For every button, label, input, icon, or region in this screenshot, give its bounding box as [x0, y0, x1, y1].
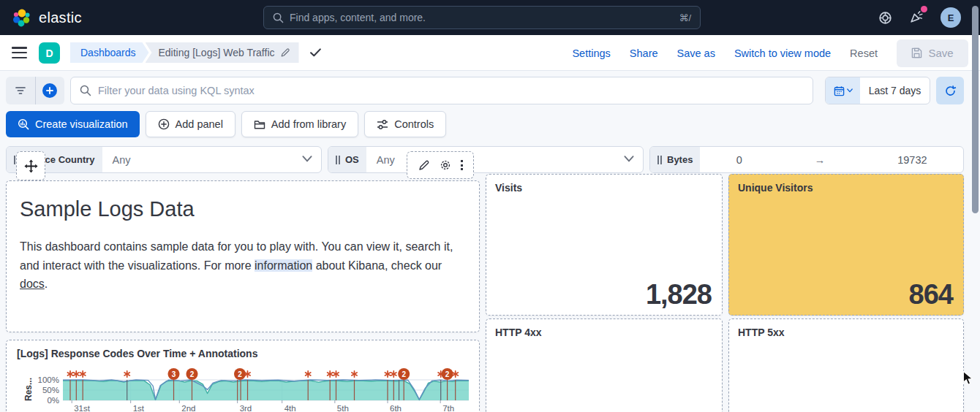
settings-link[interactable]: Settings: [572, 47, 610, 59]
help-icon[interactable]: [878, 10, 893, 26]
brand-name: elastic: [39, 9, 82, 26]
global-search-input[interactable]: [290, 12, 673, 23]
kql-filter-input[interactable]: [98, 85, 804, 96]
control-bytes-label: Bytes: [650, 147, 700, 172]
svg-text:2: 2: [238, 370, 242, 378]
svg-text:2: 2: [445, 370, 450, 378]
dashboard-top-nav: D Dashboards Editing [Logs] Web Traffic …: [0, 35, 980, 71]
elastic-logo-icon: [12, 8, 31, 28]
panel-title: HTTP 4xx: [495, 327, 713, 338]
panel-response-codes-chart[interactable]: [Logs] Response Codes Over Time + Annota…: [6, 340, 480, 412]
unique-visitors-metric-value: 864: [909, 279, 953, 310]
panel-http-5xx[interactable]: HTTP 5xx: [728, 318, 964, 412]
user-avatar[interactable]: E: [941, 7, 961, 28]
plus-circle-icon: [158, 118, 170, 130]
control-bytes[interactable]: Bytes 0 → 19732: [649, 146, 964, 173]
add-filter-plus-icon: [42, 83, 57, 98]
control-source-country-value[interactable]: Any: [113, 154, 131, 166]
time-picker-calendar-button[interactable]: [826, 77, 860, 104]
notification-dot: [921, 6, 927, 12]
svg-text:2nd: 2nd: [181, 404, 195, 412]
scrollbar-thumb[interactable]: [972, 6, 979, 213]
panel-sample-logs-data[interactable]: Sample Logs Data This dashboard contains…: [6, 180, 480, 332]
markdown-highlight: information: [255, 259, 312, 272]
svg-text:6th: 6th: [390, 404, 402, 412]
reset-link[interactable]: Reset: [850, 47, 878, 59]
chart-y-axis-label: Res...: [23, 367, 34, 411]
control-os-text: OS: [345, 154, 359, 165]
visits-metric-value: 1,828: [646, 279, 712, 310]
menu-icon[interactable]: [12, 47, 27, 58]
add-from-library-label: Add from library: [271, 118, 346, 130]
panel-hover-toolbar: [407, 151, 474, 179]
panel-http-4xx[interactable]: HTTP 4xx: [486, 318, 723, 412]
arrow-right-icon: →: [815, 154, 826, 166]
chevron-down-icon[interactable]: [302, 156, 312, 162]
controls-button[interactable]: Controls: [364, 111, 446, 137]
global-search[interactable]: ⌘/: [263, 6, 701, 29]
create-visualization-button[interactable]: Create visualization: [6, 111, 140, 137]
chart-title: [Logs] Response Codes Over Time + Annota…: [17, 348, 469, 359]
kebab-menu-icon[interactable]: [461, 160, 463, 170]
add-from-library-button[interactable]: Add from library: [241, 111, 358, 137]
panel-title: HTTP 5xx: [738, 327, 954, 338]
control-os-value[interactable]: Any: [377, 154, 395, 166]
svg-text:3: 3: [172, 370, 176, 378]
drag-handle-icon[interactable]: [657, 156, 662, 164]
refresh-button[interactable]: [936, 77, 964, 104]
panel-title: Unique Visitors: [738, 182, 954, 194]
save-icon: [911, 47, 922, 58]
svg-text:0%: 0%: [47, 396, 59, 405]
save-as-link[interactable]: Save as: [677, 47, 715, 59]
edit-pencil-icon[interactable]: [418, 159, 430, 171]
global-header: elastic ⌘/ E: [0, 0, 980, 35]
panel-unique-visitors[interactable]: Unique Visitors 864: [728, 174, 964, 316]
chevron-down-icon: [847, 88, 853, 93]
gear-icon[interactable]: [440, 159, 451, 171]
response-codes-chart[interactable]: 100%50%0%3222231st1st2nd3rd4th5th6th7th: [36, 367, 475, 412]
kql-filter-bar[interactable]: [70, 77, 813, 104]
markdown-body: This dashboard contains sample data for …: [20, 237, 466, 294]
refresh-icon: [944, 85, 957, 97]
breadcrumb-dashboards[interactable]: Dashboards: [70, 42, 149, 63]
newsfeed-button[interactable]: [909, 9, 924, 27]
svg-text:31st: 31st: [74, 404, 91, 412]
svg-text:2: 2: [190, 370, 195, 378]
svg-text:5th: 5th: [337, 404, 349, 412]
search-icon: [273, 12, 284, 23]
time-range-value[interactable]: Last 7 days: [860, 77, 930, 104]
markdown-text: about Kibana, check our: [312, 259, 442, 272]
save-button[interactable]: Save: [897, 39, 968, 67]
check-icon: [310, 48, 321, 57]
add-panel-label: Add panel: [176, 118, 223, 130]
share-link[interactable]: Share: [630, 47, 658, 59]
move-icon: [24, 159, 38, 173]
panel-visits[interactable]: Visits 1,828: [486, 174, 723, 316]
bytes-max-value[interactable]: 19732: [897, 154, 927, 166]
switch-to-view-mode-link[interactable]: Switch to view mode: [734, 47, 831, 59]
elastic-logo[interactable]: elastic: [12, 0, 82, 35]
save-button-label: Save: [928, 47, 953, 59]
bytes-min-value[interactable]: 0: [736, 154, 742, 166]
breadcrumb-current[interactable]: Editing [Logs] Web Traffic: [146, 42, 299, 63]
calendar-icon: [834, 85, 845, 96]
svg-text:100%: 100%: [38, 375, 59, 384]
drag-handle-icon[interactable]: [336, 156, 340, 164]
control-source-country[interactable]: Source Country Any: [6, 146, 322, 173]
svg-text:50%: 50%: [42, 386, 59, 394]
time-picker: Last 7 days: [825, 77, 930, 104]
control-bytes-text: Bytes: [667, 154, 693, 165]
space-badge[interactable]: D: [39, 42, 60, 64]
control-os[interactable]: OS Any: [328, 146, 644, 173]
filter-menu-button[interactable]: [6, 77, 35, 104]
svg-text:4th: 4th: [284, 404, 296, 412]
add-filter-button[interactable]: [35, 77, 65, 104]
add-panel-button[interactable]: Add panel: [146, 111, 235, 137]
docs-link[interactable]: docs: [20, 278, 45, 290]
chevron-down-icon[interactable]: [624, 156, 634, 162]
svg-text:1st: 1st: [133, 404, 145, 412]
edit-toolbar: Create visualization Add panel Add from …: [6, 111, 446, 137]
filter-controls: [6, 77, 64, 104]
create-visualization-label: Create visualization: [35, 118, 128, 130]
panel-drag-handle[interactable]: [16, 151, 45, 180]
